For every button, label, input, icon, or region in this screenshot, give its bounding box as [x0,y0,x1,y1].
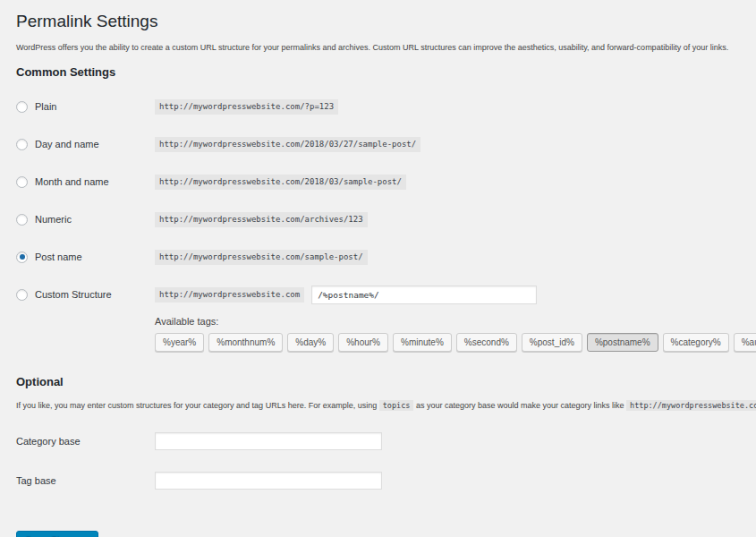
url-example-month-name: http://mywordpresswebsite.com/2018/03/sa… [155,175,406,190]
page-title: Permalink Settings [16,11,756,31]
tag-button-post-id[interactable]: %post_id% [522,333,582,352]
tag-base-input[interactable] [155,472,382,490]
tag-base-label: Tag base [16,475,155,486]
permalink-settings-page: Permalink Settings WordPress offers you … [0,0,756,537]
permalink-option-row-month-name: Month and name http://mywordpresswebsite… [16,171,756,192]
radio-label-custom-structure[interactable]: Custom Structure [16,289,155,301]
permalink-option-row-day-name: Day and name http://mywordpresswebsite.c… [16,133,756,155]
tag-button-author[interactable]: %author% [734,333,756,352]
optional-heading: Optional [16,375,756,389]
url-example-post-name: http://mywordpresswebsite.com/sample-pos… [155,250,368,265]
category-base-row: Category base [16,430,756,452]
radio-label-text: Numeric [35,214,72,225]
radio-numeric[interactable] [16,214,28,226]
radio-label-text: Post name [35,251,82,262]
category-base-example-code: topics [379,400,414,411]
permalink-option-row-post-name: Post name http://mywordpresswebsite.com/… [16,246,756,268]
save-changes-button[interactable]: Save Changes [16,531,98,537]
intro-text: WordPress offers you the ability to crea… [16,42,756,53]
radio-label-text: Day and name [35,139,99,149]
custom-structure-input[interactable] [311,286,537,304]
url-example-day-name: http://mywordpresswebsite.com/2018/03/27… [155,137,420,152]
radio-plain[interactable] [16,101,28,113]
tag-button-day[interactable]: %day% [287,333,334,352]
custom-structure-url-prefix: http://mywordpresswebsite.com [155,287,304,303]
common-settings-heading: Common Settings [16,65,756,80]
tag-button-category[interactable]: %category% [663,333,729,352]
radio-post-name[interactable] [16,251,28,263]
radio-label-text: Plain [35,101,56,112]
radio-custom-structure[interactable] [16,289,28,301]
radio-label-month-name[interactable]: Month and name [16,176,155,188]
tag-button-second[interactable]: %second% [456,333,517,352]
permalink-option-row-custom-structure: Custom Structure http://mywordpresswebsi… [16,284,756,305]
tag-button-postname[interactable]: %postname% [587,333,658,352]
tag-button-year[interactable]: %year% [155,333,204,352]
radio-label-numeric[interactable]: Numeric [16,214,155,226]
optional-description-text: as your category base would make your ca… [413,401,626,410]
available-tags-buttons: %year% %monthnum% %day% %hour% %minute% … [155,333,756,352]
available-tags-label: Available tags: [155,316,756,327]
category-base-input[interactable] [155,432,382,450]
radio-label-text: Custom Structure [35,289,112,300]
tag-button-monthnum[interactable]: %monthnum% [208,333,283,352]
category-link-example-code: http://mywordpresswebsite.com/topics/unc… [626,400,756,411]
optional-description-text: If you like, you may enter custom struct… [16,401,379,410]
tag-button-minute[interactable]: %minute% [393,333,452,352]
url-example-plain: http://mywordpresswebsite.com/?p=123 [155,99,338,115]
radio-label-plain[interactable]: Plain [16,101,155,113]
radio-label-day-name[interactable]: Day and name [16,139,155,150]
available-tags-section: Available tags: %year% %monthnum% %day% … [155,316,756,352]
radio-day-name[interactable] [16,139,28,150]
radio-label-text: Month and name [35,176,109,187]
radio-month-name[interactable] [16,176,28,188]
permalink-option-row-plain: Plain http://mywordpresswebsite.com/?p=1… [16,96,756,117]
tag-base-row: Tag base [16,470,756,491]
optional-description: If you like, you may enter custom struct… [16,400,756,411]
permalink-option-row-numeric: Numeric http://mywordpresswebsite.com/ar… [16,209,756,230]
category-base-label: Category base [16,436,155,447]
url-example-numeric: http://mywordpresswebsite.com/archives/1… [155,212,368,227]
tag-button-hour[interactable]: %hour% [338,333,388,352]
radio-label-post-name[interactable]: Post name [16,251,155,263]
